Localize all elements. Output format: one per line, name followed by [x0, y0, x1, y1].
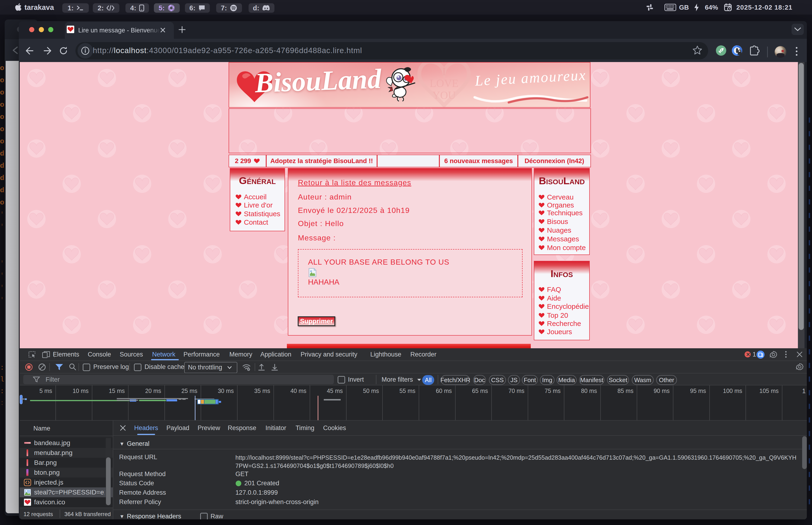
svg-text:I: I [442, 65, 446, 77]
svg-text:LOVE: LOVE [430, 77, 458, 89]
svg-text:YOU: YOU [432, 89, 456, 101]
